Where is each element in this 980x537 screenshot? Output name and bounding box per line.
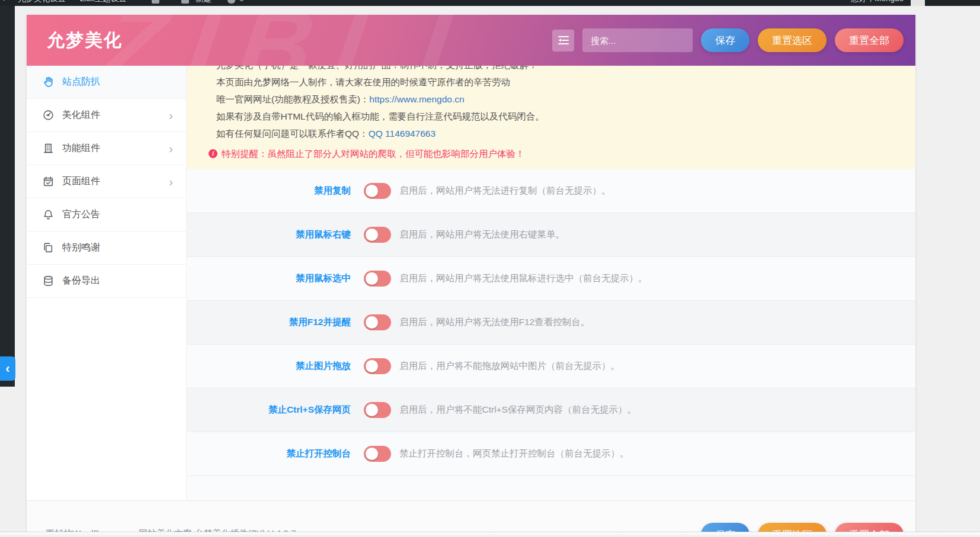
reset-all-button[interactable]: 重置全部 <box>835 28 904 52</box>
views-icon <box>228 0 235 4</box>
setting-description: 启用后，用户将不能拖放网站中图片（前台无提示）。 <box>399 360 620 372</box>
toggle-knob <box>366 448 378 460</box>
comments-icon[interactable] <box>152 0 159 4</box>
admin-bar-item-new[interactable]: 新建 <box>196 0 212 6</box>
announcement-icon <box>42 209 54 221</box>
sidebar-item-function-components[interactable]: 功能组件 › <box>27 132 186 165</box>
settings-rows: 禁用复制 启用后，网站用户将无法进行复制（前台无提示）。 禁用鼠标右键 启用后，… <box>187 169 915 476</box>
chevron-right-icon: › <box>169 110 173 121</box>
toggle-knob <box>366 185 378 197</box>
sidebar-item-label: 站点防扒 <box>62 76 100 88</box>
brand-watermark: ZIBLL <box>95 15 513 66</box>
setting-row-disable-ctrl-s: 禁止Ctrl+S保存网页 启用后，用户将不能Ctrl+S保存网页内容（前台无提示… <box>187 388 915 432</box>
reset-section-button[interactable]: 重置选区 <box>758 28 827 52</box>
search-input[interactable] <box>582 28 693 52</box>
setting-label: 禁用鼠标右键 <box>187 229 351 241</box>
toggle-knob <box>366 272 378 285</box>
calendar-icon <box>42 176 54 188</box>
setting-label: 禁用F12并提醒 <box>187 316 351 329</box>
notice-warning-line: i 特别提醒：虽然阻止了部分人对网站的爬取，但可能也影响部分用户体验！ <box>209 145 892 162</box>
setting-description: 启用后，网站用户将无法使用F12查看控制台。 <box>399 316 590 329</box>
setting-description: 禁止打开控制台，网页禁止打开控制台（前台无提示）。 <box>399 448 629 460</box>
building-icon <box>42 143 54 155</box>
info-icon: i <box>209 149 217 158</box>
setting-row-disable-copy: 禁用复制 启用后，网站用户将无法进行复制（前台无提示）。 <box>187 169 915 213</box>
notice-html-line: 如果有涉及自带HTML代码的输入框功能，需要自行注意代码规范以及代码闭合。 <box>216 108 892 125</box>
toggle-disable-ctrl-s[interactable] <box>364 402 391 418</box>
sidebar-item-label: 备份导出 <box>62 275 100 287</box>
setting-description: 启用后，网站用户将无法使用右键菜单。 <box>399 229 565 241</box>
toggle-disable-console[interactable] <box>364 446 391 462</box>
setting-label: 禁用复制 <box>187 185 351 197</box>
toggle-sidebar-button[interactable] <box>552 30 574 52</box>
copy-icon <box>42 242 54 254</box>
chevron-left-icon: ‹ <box>5 361 9 377</box>
admin-bar-item-theme-settings[interactable]: Zibll主题设置 <box>80 0 127 6</box>
notice-author-line: 本页面由允梦网络一人制作，请大家在使用的时候遵守原作者的辛苦劳动 <box>216 73 892 91</box>
toggle-disable-copy[interactable] <box>364 183 391 199</box>
database-icon <box>42 275 54 287</box>
setting-row-disable-right-click: 禁用鼠标右键 启用后，网站用户将无法使用右键菜单。 <box>187 213 915 257</box>
sidebar-item-label: 官方公告 <box>62 208 100 221</box>
collapse-menu-button[interactable]: ‹ <box>0 356 15 381</box>
setting-row-disable-text-select: 禁用鼠标选中 启用后，网站用户将无法使用鼠标进行选中（前台无提示）。 <box>187 257 915 301</box>
toggle-disable-image-drag[interactable] <box>364 358 391 374</box>
content-filler <box>187 476 915 500</box>
hand-icon <box>42 76 54 88</box>
sidebar-item-backup-export[interactable]: 备份导出 <box>27 265 186 298</box>
qq-contact-link[interactable]: QQ 1146947663 <box>369 128 435 139</box>
chevron-right-icon: › <box>169 176 173 188</box>
sidebar-item-label: 页面组件 <box>62 175 100 188</box>
setting-row-disable-f12: 禁用F12并提醒 启用后，网站用户将无法使用F12查看控制台。 <box>187 301 915 345</box>
notice-box: 允梦美化（手机）是一款便宜、好用的产品！制作不易，支持正版，拒绝破解！ 本页面由… <box>187 66 915 169</box>
settings-content: 允梦美化（手机）是一款便宜、好用的产品！制作不易，支持正版，拒绝破解！ 本页面由… <box>187 66 915 500</box>
views-count: 0 <box>239 0 244 6</box>
setting-label: 禁用鼠标选中 <box>187 272 351 285</box>
setting-label: 禁止图片拖放 <box>187 360 351 372</box>
notice-qq-line: 如有任何疑问问题可以联系作者QQ：QQ 1146947663 <box>216 125 892 142</box>
back-arrow-icon[interactable]: ‹ <box>2 0 5 6</box>
sidebar-item-label: 美化组件 <box>62 109 100 121</box>
official-site-link[interactable]: https://www.mengdo.cn <box>369 94 464 104</box>
page-title: 允梦美化 <box>47 28 123 53</box>
save-button[interactable]: 保存 <box>701 28 750 52</box>
toggle-knob <box>366 229 378 241</box>
sidebar-item-label: 特别鸣谢 <box>62 242 100 254</box>
setting-description: 启用后，用户将不能Ctrl+S保存网页内容（前台无提示）。 <box>399 404 636 416</box>
notice-site-line: 唯一官网网址(功能教程及授权售卖)：https://www.mengdo.cn <box>216 91 892 108</box>
setting-row-disable-console: 禁止打开控制台 禁止打开控制台，网页禁止打开控制台（前台无提示）。 <box>187 432 915 476</box>
setting-row-disable-image-drag: 禁止图片拖放 启用后，用户将不能拖放网站中图片（前台无提示）。 <box>187 345 915 388</box>
plugin-sidebar: 站点防扒 美化组件 › 功能组件 › 页面组件 › 官方公告 特别鸣谢 备份导出 <box>27 66 187 500</box>
toggle-disable-right-click[interactable] <box>364 227 391 243</box>
menu-collapse-icon <box>558 36 569 45</box>
avatar[interactable] <box>911 0 925 6</box>
setting-description: 启用后，网站用户将无法使用鼠标进行选中（前台无提示）。 <box>399 272 648 285</box>
toggle-disable-text-select[interactable] <box>364 271 391 287</box>
plus-icon[interactable] <box>181 0 189 4</box>
setting-label: 禁止Ctrl+S保存网页 <box>187 404 351 416</box>
browser-bottom-edge <box>0 532 980 537</box>
wp-admin-menu-strip <box>0 6 15 387</box>
setting-description: 启用后，网站用户将无法进行复制（前台无提示）。 <box>399 185 611 197</box>
sidebar-item-beautify-components[interactable]: 美化组件 › <box>27 99 186 132</box>
sidebar-item-page-components[interactable]: 页面组件 › <box>27 165 186 198</box>
admin-bar-greeting[interactable]: 您好，Mengdo <box>851 0 904 6</box>
toggle-knob <box>366 360 378 372</box>
sidebar-item-special-thanks[interactable]: 特别鸣谢 <box>27 231 186 265</box>
toggle-knob <box>366 316 378 329</box>
toggle-disable-f12[interactable] <box>364 314 391 330</box>
plugin-settings-card: ZIBLL 允梦美化 保存 重置选区 重置全部 站点防扒 <box>27 15 915 537</box>
admin-bar-item-plugin-settings[interactable]: 允梦美化设置 <box>18 0 66 6</box>
plugin-header: ZIBLL 允梦美化 保存 重置选区 重置全部 <box>27 15 915 66</box>
sidebar-item-official-announcement[interactable]: 官方公告 <box>27 198 186 231</box>
sidebar-item-label: 功能组件 <box>62 142 100 155</box>
chevron-right-icon: › <box>169 143 173 155</box>
sidebar-item-site-protect[interactable]: 站点防扒 <box>27 66 186 99</box>
wp-admin-bar: ‹ 允梦美化设置 Zibll主题设置 新建 0 您好，Mengdo <box>0 0 980 6</box>
toggle-knob <box>366 404 378 416</box>
gauge-icon <box>42 110 54 121</box>
setting-label: 禁止打开控制台 <box>187 448 351 460</box>
